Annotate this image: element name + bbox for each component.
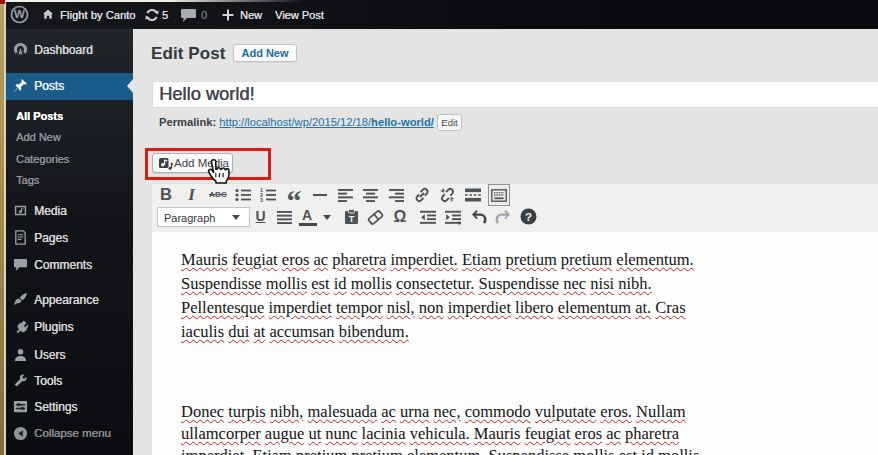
svg-text:?: ? xyxy=(524,211,531,223)
svg-text:W: W xyxy=(14,8,25,20)
svg-text:3: 3 xyxy=(260,197,263,202)
svg-text:T: T xyxy=(349,214,355,224)
